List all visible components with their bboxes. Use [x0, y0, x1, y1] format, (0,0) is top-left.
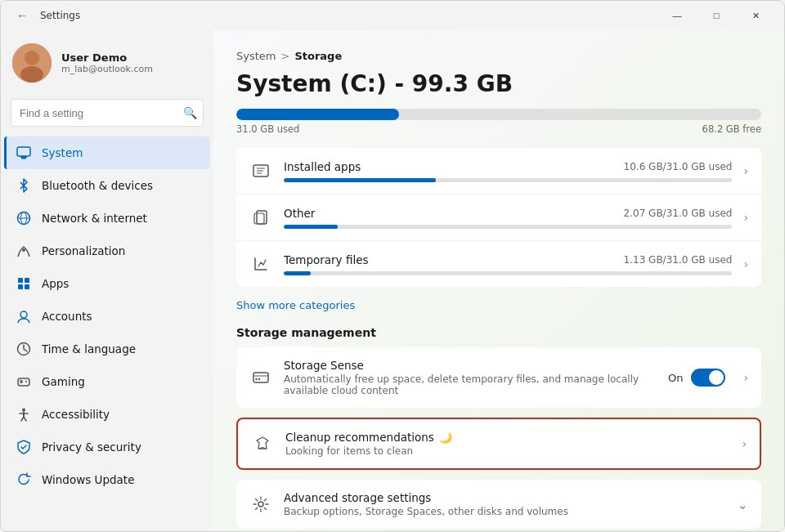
sidebar-item-gaming[interactable]: Gaming [4, 365, 210, 398]
nav-label-accessibility: Accessibility [42, 408, 110, 421]
chevron-right-icon: › [742, 437, 747, 450]
nav-icon-gaming [16, 373, 32, 390]
mgmt-item-desc-advanced: Backup options, Storage Spaces, other di… [284, 506, 726, 517]
storage-used-label: 31.0 GB used [236, 123, 299, 135]
sidebar-item-privacy[interactable]: Privacy & security [4, 431, 210, 463]
svg-point-2 [20, 66, 43, 83]
storage-bar-container [236, 109, 761, 120]
main-layout: User Demo m_lab@outlook.com 🔍 System Blu… [1, 30, 784, 531]
toggle-storage-sense[interactable] [691, 369, 725, 387]
mgmt-item-storage-sense[interactable]: Storage Sense Automatically free up spac… [236, 347, 761, 408]
storage-item-icon [249, 253, 272, 275]
svg-line-25 [24, 417, 26, 421]
mgmt-item-cleanup[interactable]: Cleanup recommendations 🌙 Looking for it… [238, 419, 760, 468]
window-title: Settings [40, 10, 80, 21]
chevron-right-icon: › [743, 164, 748, 177]
nav-label-bluetooth: Bluetooth & devices [42, 179, 153, 192]
mgmt-item-icon-storage-sense [249, 366, 272, 389]
user-text: User Demo m_lab@outlook.com [61, 51, 153, 74]
storage-item-temporary-files[interactable]: Temporary files 1.13 GB/31.0 GB used › [236, 241, 761, 287]
svg-rect-12 [18, 284, 23, 289]
storage-bar-fill [236, 109, 399, 120]
svg-point-34 [255, 378, 257, 380]
toggle-label-storage-sense: On [668, 372, 683, 384]
storage-item-content: Temporary files 1.13 GB/31.0 GB used [284, 253, 732, 275]
settings-window: ← Settings — □ ✕ User Demo m_ [0, 0, 785, 532]
storage-item-header: Other 2.07 GB/31.0 GB used [284, 207, 732, 220]
mgmt-items-container: Storage Sense Automatically free up spac… [236, 347, 761, 529]
sidebar-item-system[interactable]: System [4, 136, 210, 169]
toggle-knob-storage-sense [709, 370, 724, 385]
svg-rect-4 [21, 158, 26, 159]
search-input[interactable] [11, 99, 204, 127]
storage-item-size: 2.07 GB/31.0 GB used [624, 208, 733, 219]
storage-item-bar-bg [284, 225, 732, 229]
nav-icon-bluetooth [16, 177, 32, 194]
mgmt-item-content-advanced: Advanced storage settings Backup options… [284, 491, 726, 517]
minimize-button[interactable]: — [658, 2, 696, 29]
nav-icon-accounts [16, 308, 32, 324]
sidebar-item-time[interactable]: Time & language [4, 333, 210, 365]
sidebar-item-bluetooth[interactable]: Bluetooth & devices [4, 169, 210, 202]
storage-item-size: 10.6 GB/31.0 GB used [624, 161, 733, 172]
sidebar-item-apps[interactable]: Apps [4, 267, 210, 300]
expand-icon-advanced: ⌄ [738, 497, 748, 512]
storage-item-other[interactable]: Other 2.07 GB/31.0 GB used › [236, 194, 761, 241]
chevron-right-icon: › [743, 257, 748, 270]
breadcrumb: System > Storage [236, 50, 761, 62]
window-controls: — □ ✕ [658, 2, 774, 29]
toggle-row-storage-sense: On [668, 369, 725, 387]
maximize-button[interactable]: □ [698, 2, 735, 29]
search-box: 🔍 [11, 99, 204, 127]
nav-icon-apps [16, 275, 32, 292]
cleanup-wrapper: Cleanup recommendations 🌙 Looking for it… [236, 418, 761, 470]
storage-item-content: Other 2.07 GB/31.0 GB used [284, 207, 732, 229]
svg-point-20 [25, 381, 27, 382]
mgmt-item-desc-cleanup: Looking for items to clean [285, 445, 730, 457]
storage-item-header: Installed apps 10.6 GB/31.0 GB used [284, 160, 732, 173]
breadcrumb-separator: > [280, 50, 289, 62]
svg-rect-11 [25, 278, 29, 283]
sidebar-item-accessibility[interactable]: Accessibility [4, 398, 210, 431]
mgmt-section-label: Storage management [236, 326, 761, 339]
storage-item-installed-apps[interactable]: Installed apps 10.6 GB/31.0 GB used › [236, 148, 761, 194]
nav-label-time: Time & language [42, 342, 136, 355]
mgmt-item-icon-advanced [249, 493, 272, 516]
storage-item-bar-fill [284, 225, 338, 229]
sidebar-item-update[interactable]: Windows Update [4, 463, 210, 496]
mgmt-item-title-advanced: Advanced storage settings [284, 491, 726, 504]
close-button[interactable]: ✕ [737, 2, 774, 29]
show-more-link[interactable]: Show more categories [236, 299, 355, 311]
storage-labels: 31.0 GB used 68.2 GB free [236, 123, 761, 135]
nav-label-accounts: Accounts [42, 310, 92, 323]
sidebar-item-personalization[interactable]: Personalization [4, 235, 210, 267]
svg-rect-31 [254, 213, 264, 224]
avatar [12, 43, 52, 83]
nav-label-network: Network & internet [42, 212, 147, 225]
storage-item-header: Temporary files 1.13 GB/31.0 GB used [284, 253, 732, 266]
svg-rect-13 [25, 284, 29, 289]
storage-item-bar-fill [284, 178, 436, 182]
storage-overview: 31.0 GB used 68.2 GB free [236, 109, 761, 135]
storage-item-bar-bg [284, 178, 732, 182]
nav-icon-personalization [16, 243, 32, 259]
mgmt-item-content-cleanup: Cleanup recommendations 🌙 Looking for it… [285, 431, 730, 457]
page-title: System (C:) - 99.3 GB [236, 70, 761, 97]
nav-label-gaming: Gaming [42, 375, 85, 388]
storage-item-bar-bg [284, 271, 732, 275]
svg-rect-3 [17, 147, 30, 156]
storage-item-size: 1.13 GB/31.0 GB used [624, 254, 733, 266]
loading-icon: 🌙 [439, 431, 452, 444]
storage-item-bar-fill [284, 271, 311, 275]
sidebar-item-accounts[interactable]: Accounts [4, 300, 210, 333]
mgmt-item-advanced[interactable]: Advanced storage settings Backup options… [236, 480, 761, 529]
nav-icon-system [16, 145, 32, 161]
storage-item-name: Other [284, 207, 315, 220]
mgmt-item-desc-storage-sense: Automatically free up space, delete temp… [284, 373, 657, 396]
sidebar-item-network[interactable]: Network & internet [4, 202, 210, 235]
svg-point-14 [20, 311, 27, 318]
user-name: User Demo [61, 51, 153, 64]
nav-icon-accessibility [16, 406, 32, 422]
nav-icon-privacy [16, 439, 32, 455]
back-button[interactable]: ← [11, 4, 34, 27]
